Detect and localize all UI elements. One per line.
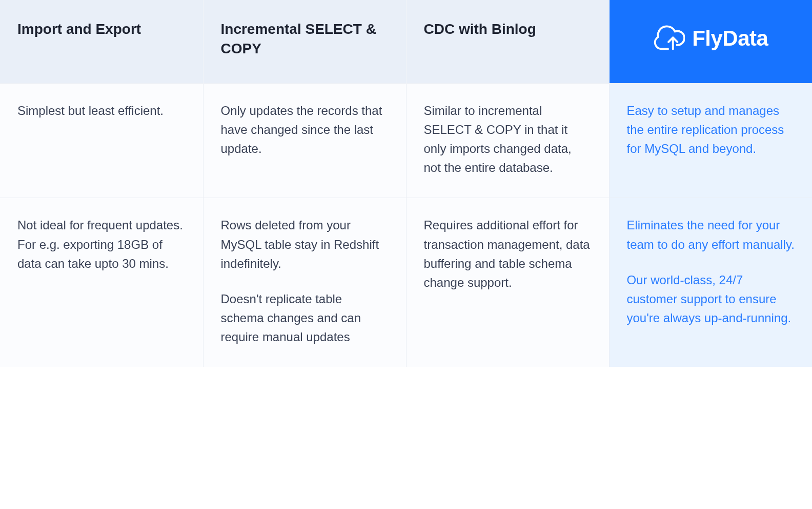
cell-flydata-r1: Easy to setup and manages the entire rep… [609,83,812,198]
table-row: Not ideal for frequent updates. For e.g.… [0,198,812,367]
cell-cdc-r1: Similar to incremental SELECT & COPY in … [406,83,609,198]
header-incremental-select-copy: Incremental SELECT & COPY [203,0,406,83]
table-header-row: Import and Export Incremental SELECT & C… [0,0,812,83]
header-flydata-brand: FlyData [609,0,812,83]
cloud-upload-icon [653,23,685,55]
cell-incremental-r1: Only updates the records that have chang… [203,83,406,198]
flydata-brand-text: FlyData [692,24,768,53]
cell-import-export-r1: Simplest but least efficient. [0,83,203,198]
cell-text: Rows deleted from your MySQL table stay … [221,216,389,273]
cell-incremental-r2: Rows deleted from your MySQL table stay … [203,198,406,367]
comparison-table: Import and Export Incremental SELECT & C… [0,0,812,367]
header-cdc-binlog: CDC with Binlog [406,0,609,83]
cell-text: Our world-class, 24/7 customer support t… [627,270,795,328]
table-row: Simplest but least efficient. Only updat… [0,83,812,198]
header-import-export: Import and Export [0,0,203,83]
cell-text: Eliminates the need for your team to do … [627,216,795,253]
cell-text: Doesn't replicate table schema changes a… [221,289,389,347]
cell-cdc-r2: Requires additional effort for transacti… [406,198,609,367]
cell-import-export-r2: Not ideal for frequent updates. For e.g.… [0,198,203,367]
flydata-logo: FlyData [610,4,813,80]
cell-flydata-r2: Eliminates the need for your team to do … [609,198,812,367]
